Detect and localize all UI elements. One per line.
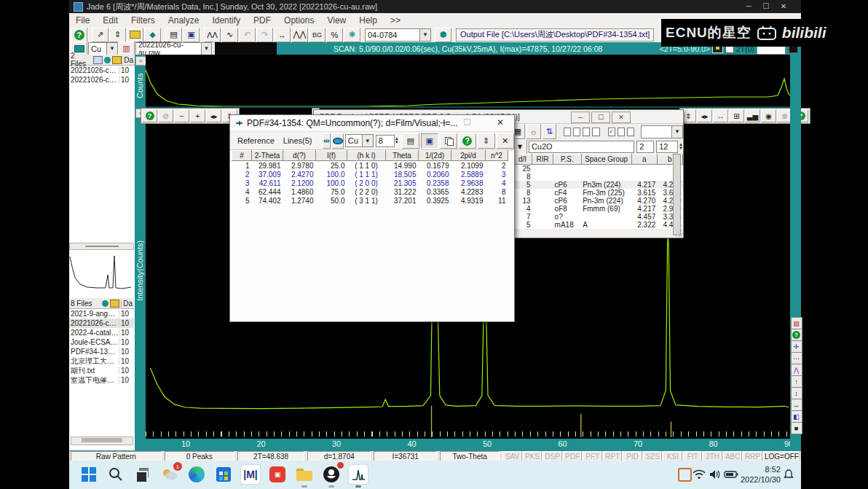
search-result-row[interactable]: 4oF8Fmmm (69)4.2172.949 [513, 205, 683, 213]
save-diamond-icon[interactable]: ◆ [144, 28, 161, 42]
search-result-row[interactable]: 25 [513, 165, 683, 173]
column-header[interactable]: Space Group [581, 154, 631, 165]
search-result-row[interactable]: 8cF4Fm-3m (225)3.6153.615 [513, 189, 683, 197]
close-button[interactable]: ✕ [497, 117, 504, 128]
search-result-row[interactable]: 5mA18A2.3224.426 [513, 221, 683, 229]
pdf-line-row[interactable]: 574.4021.274050.0( 3 1 1)37.2010.39254.9… [232, 196, 508, 205]
filter-checkbox[interactable] [564, 128, 571, 136]
search-result-row[interactable]: 13cP6Pn-3m (224)4.2704.270 [513, 197, 683, 205]
trace-tool-icon[interactable]: ⇗ [92, 28, 108, 42]
subfile-combo[interactable]: ▼ [641, 125, 683, 138]
filter-checkbox[interactable] [573, 128, 580, 136]
column-header[interactable]: d(?) [283, 151, 316, 161]
menu-item-file[interactable]: File [69, 15, 96, 26]
status-flag-dsp[interactable]: DSP [542, 451, 562, 461]
arrow-updown-icon[interactable]: ↕ [791, 387, 802, 399]
status-flag-ksi[interactable]: KSI [663, 451, 682, 461]
column-header[interactable]: P.S. [553, 154, 582, 165]
close-button[interactable]: ✕ [612, 112, 631, 123]
max-elements-input[interactable]: 12 [656, 141, 678, 153]
status-flag-pft[interactable]: PFT [583, 451, 602, 461]
column-header[interactable]: 2-Theta [252, 151, 283, 161]
battery-icon[interactable] [722, 465, 741, 484]
menu-item-pdf[interactable]: PDF [247, 15, 277, 26]
column-header[interactable]: # [232, 151, 252, 161]
column-header[interactable]: 2pi/d [451, 151, 486, 161]
open-file-icon[interactable] [127, 28, 143, 42]
sort-icon[interactable]: ⇅ [542, 124, 557, 139]
help-icon[interactable]: ? [71, 28, 87, 42]
menu-item-analyze[interactable]: Analyze [162, 15, 206, 26]
column-header[interactable]: RIR [532, 154, 553, 165]
peak-id-icon[interactable]: ⋀⋀ [291, 28, 308, 42]
pdf-line-row[interactable]: 237.0092.4270100.0( 1 1 1)18.5050.20602.… [232, 170, 508, 179]
task-view-icon[interactable] [133, 465, 152, 484]
search-results-table[interactable]: d/IRIRP.S.Space Groupab2585cP6Pn3m (224)… [513, 154, 683, 229]
pdf-line-row[interactable]: 462.4441.486075.0( 2 2 0)31.2220.33654.2… [232, 187, 508, 196]
dialog-anode-combo[interactable]: Cu▼ [345, 134, 374, 147]
menu-item-view[interactable]: View [320, 15, 352, 26]
file-list-item[interactable]: PDF#34-1354....10 [69, 347, 134, 356]
reference-button[interactable]: Reference [233, 136, 279, 146]
status-flag-sav[interactable]: SAV [502, 451, 522, 461]
arrow-up-icon[interactable]: ↑ [791, 375, 802, 388]
status-flag-pdf[interactable]: PDF [563, 451, 583, 461]
pushpin-icon[interactable] [234, 119, 244, 128]
column-header[interactable]: I(f) [316, 151, 347, 161]
status-flag-2th[interactable]: 2TH [703, 451, 722, 461]
sun-icon[interactable]: ☼ [526, 124, 541, 139]
file-explorer-icon[interactable] [295, 465, 314, 484]
target-icon[interactable]: ◉ [761, 109, 776, 122]
dialog-spin-input[interactable]: 8 [376, 135, 395, 147]
status-flag-rpt[interactable]: RPT [603, 451, 623, 461]
search-results-scrollbar[interactable] [673, 154, 681, 235]
pattern-preview-thumbnail[interactable] [69, 250, 134, 299]
bottom-file-list-header[interactable]: 8 Files Da [69, 298, 134, 309]
maximize-button[interactable]: ☐ [757, 0, 775, 13]
help-icon[interactable]: ? [459, 133, 476, 149]
m-app-icon[interactable]: |M| [241, 465, 260, 484]
search-result-row[interactable]: 8 [513, 173, 683, 181]
pdf-line-row[interactable]: 342.6112.1200100.0( 2 0 0)21.3050.23582.… [232, 179, 508, 187]
column-header[interactable]: n^2 [486, 151, 508, 161]
expand-horizontal-icon[interactable]: ◂▸ [206, 109, 221, 122]
menu-item-edit[interactable]: Edit [96, 15, 125, 26]
red-app-icon[interactable]: ▣ [268, 465, 287, 484]
output-file-box[interactable]: Output File [C:\Users\周波\Desktop\PDF#34-… [456, 28, 654, 42]
chemistry-search-input[interactable]: Cu2O [529, 141, 634, 153]
stick-view-icon[interactable]: ▃▅ [745, 109, 760, 122]
filter-checkbox[interactable] [583, 128, 590, 136]
expand-horizontal-icon[interactable]: ◂▸ [697, 109, 712, 122]
lines-button[interactable]: Lines(5) [279, 136, 317, 146]
peaks-icon[interactable]: ΛΛ [204, 28, 221, 42]
cycle-updown-icon[interactable]: ⇕ [478, 133, 495, 149]
search-result-row[interactable]: 7o?4.4573.323 [513, 213, 683, 221]
zoom-out-icon[interactable]: − [174, 109, 189, 122]
overlay-drop-icon[interactable]: ⬢ [435, 28, 451, 42]
status-flag-fit[interactable]: FIT [683, 451, 703, 461]
minimize-button[interactable]: ─ [740, 0, 757, 13]
min-elements-input[interactable]: 2 [636, 141, 654, 153]
spinner[interactable]: ▲▼ [395, 137, 399, 144]
column-header[interactable]: Theta [386, 151, 419, 161]
status-flag-szs[interactable]: SZS [643, 451, 663, 461]
move-cross-icon[interactable]: ✛ [791, 340, 802, 353]
help-icon[interactable]: ? [142, 109, 157, 122]
notification-bell-icon[interactable] [779, 465, 798, 484]
pdf-overlay-wheel-icon[interactable]: ❋ [344, 28, 360, 42]
file-list-item[interactable]: 北京理工大学...10 [69, 356, 134, 366]
anode-combo[interactable]: Cu▼ [88, 42, 118, 55]
close-card-icon[interactable]: ✕ [497, 133, 514, 149]
top-file-list-header[interactable]: 2 Files Da [69, 55, 135, 66]
taskbar-clock[interactable]: 8:52 2022/10/30 [741, 464, 781, 485]
status-flag-rrp[interactable]: RRP [743, 451, 762, 461]
file-list-item[interactable]: 20221026-cu-...10 [69, 75, 135, 85]
resize-grip[interactable] [676, 230, 682, 237]
search-icon[interactable] [106, 465, 125, 484]
status-log-toggle[interactable]: LOG=OFF [763, 451, 800, 461]
preview-eye-icon[interactable] [332, 133, 344, 149]
split-leftright-icon[interactable]: ◧ [791, 410, 802, 423]
background-icon[interactable]: BG [309, 28, 326, 42]
menu-item->>[interactable]: >> [384, 15, 407, 26]
folder-small-icon[interactable] [110, 300, 119, 308]
